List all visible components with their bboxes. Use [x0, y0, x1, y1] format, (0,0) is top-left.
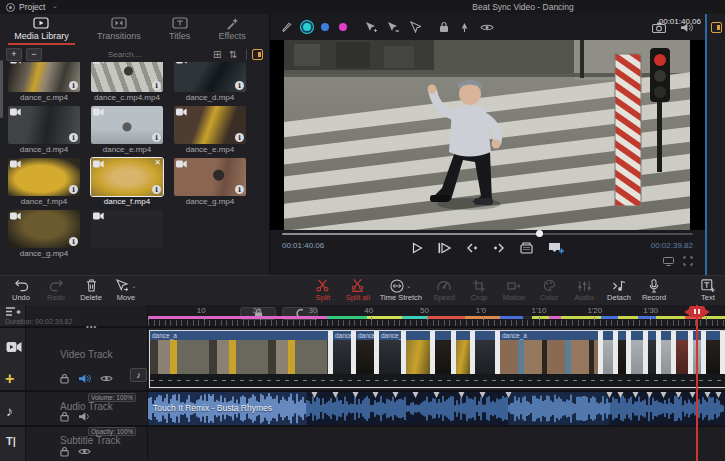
tab-titles[interactable]: Titles — [169, 17, 190, 41]
info-icon[interactable]: i — [235, 133, 244, 142]
select-star-tool-icon[interactable] — [365, 21, 377, 33]
capture-add-button[interactable] — [548, 242, 564, 254]
video-clip[interactable] — [603, 331, 613, 374]
info-icon[interactable]: i — [235, 185, 244, 194]
collapse-preview-icon[interactable] — [711, 22, 722, 33]
select-range-tool-icon[interactable] — [387, 21, 399, 33]
pin-icon[interactable] — [459, 22, 470, 33]
media-thumbnail[interactable]: i — [8, 106, 80, 144]
beat-marker-blue-dot[interactable] — [321, 23, 329, 31]
video-clip[interactable] — [631, 331, 643, 374]
beat-marker-pin[interactable] — [372, 392, 378, 401]
fullscreen-icon[interactable] — [683, 256, 693, 266]
grid-view-icon[interactable]: ⊞ — [213, 49, 221, 60]
linked-audio-badge[interactable]: ♪ — [130, 368, 147, 382]
media-thumbnail[interactable]: i — [91, 62, 163, 92]
previous-frame-button[interactable] — [466, 242, 478, 254]
video-preview[interactable] — [270, 40, 705, 230]
beat-marker-pin[interactable] — [393, 392, 399, 401]
video-clip[interactable] — [435, 331, 451, 374]
info-icon[interactable]: i — [69, 133, 78, 142]
collapse-library-icon[interactable] — [252, 49, 263, 60]
delete-button[interactable]: Delete — [78, 279, 104, 302]
remove-media-button[interactable]: − — [26, 48, 42, 61]
video-clip[interactable] — [648, 331, 656, 374]
mute-icon[interactable] — [78, 411, 91, 422]
playhead-line[interactable] — [696, 305, 698, 461]
search-input[interactable] — [108, 48, 202, 61]
display-mode-icon[interactable] — [663, 256, 674, 266]
chevron-down-icon[interactable]: ⌄ — [131, 282, 136, 289]
record-button[interactable]: Record — [641, 279, 667, 302]
info-icon[interactable]: i — [235, 81, 244, 90]
video-clip[interactable]: dance_c — [333, 331, 351, 374]
media-thumbnail[interactable]: i — [174, 62, 246, 92]
beat-marker-pin[interactable] — [675, 392, 681, 401]
video-clip-selection[interactable]: dance_adance_cdance_bdance_ddance_a — [149, 330, 725, 388]
timeline-ruler[interactable]: 10203040501'01'101'201'30 — [148, 305, 725, 327]
video-track-menu[interactable]: ••• — [86, 322, 97, 331]
beat-marker-pin[interactable] — [661, 392, 667, 401]
split-all-button[interactable]: Split all — [345, 279, 371, 302]
video-clip[interactable] — [406, 331, 430, 374]
beat-marker-pin[interactable] — [479, 392, 485, 401]
media-thumbnail[interactable]: i — [174, 158, 246, 196]
video-clip[interactable] — [676, 331, 688, 374]
lock-icon[interactable] — [60, 373, 69, 384]
sort-icon[interactable]: ⇅ — [229, 49, 237, 60]
chevron-down-icon[interactable]: ⌄ — [406, 282, 411, 289]
time-stretch-button[interactable]: ⌄Time Stretch — [380, 279, 422, 302]
beat-marker-pin[interactable] — [690, 392, 696, 401]
visibility-icon[interactable] — [78, 446, 91, 457]
add-track-button[interactable] — [5, 306, 21, 318]
mute-icon[interactable] — [78, 373, 91, 384]
detach-button[interactable]: Detach — [606, 279, 632, 302]
tab-effects[interactable]: Effects — [218, 17, 245, 41]
visibility-icon[interactable] — [100, 373, 113, 384]
split-button[interactable]: Split — [310, 279, 336, 302]
close-icon[interactable]: ✕ — [154, 158, 161, 167]
media-thumbnail[interactable]: i — [8, 158, 80, 196]
info-icon[interactable]: i — [69, 81, 78, 90]
video-track-content[interactable]: dance_adance_cdance_bdance_ddance_a — [148, 328, 725, 390]
beat-marker-pin[interactable] — [716, 392, 722, 401]
audio-track-content[interactable]: Touch It Remix - Busta Rhymes — [148, 392, 725, 425]
beat-marker-pin[interactable] — [433, 392, 439, 401]
info-icon[interactable]: i — [152, 81, 161, 90]
video-clip[interactable]: dance_b — [356, 331, 374, 374]
project-menu[interactable]: Project — [19, 2, 45, 12]
media-thumbnail[interactable]: i✕ — [91, 158, 163, 196]
next-frame-button[interactable] — [493, 242, 505, 254]
beat-marker-pin[interactable] — [459, 392, 465, 401]
tab-transitions[interactable]: Transitions — [97, 17, 141, 41]
video-clip[interactable]: dance_a — [150, 331, 328, 374]
beat-marker-magenta-dot[interactable] — [339, 23, 347, 31]
info-icon[interactable]: i — [152, 185, 161, 194]
info-icon[interactable]: i — [69, 237, 78, 246]
undo-button[interactable]: Undo — [8, 279, 34, 302]
video-clip[interactable] — [456, 331, 470, 374]
add-track-plus-icon[interactable]: + — [5, 371, 14, 387]
eye-icon[interactable] — [480, 23, 494, 32]
info-icon[interactable]: i — [152, 133, 161, 142]
beat-marker-pin[interactable] — [632, 392, 638, 401]
beat-marker-pin[interactable] — [413, 392, 419, 401]
select-tool-icon[interactable] — [409, 21, 421, 33]
info-icon[interactable]: i — [69, 185, 78, 194]
playhead-marker[interactable] — [689, 306, 705, 317]
beat-marker-pin[interactable] — [646, 392, 652, 401]
pen-tool-icon[interactable] — [282, 22, 293, 33]
video-clip[interactable]: dance_d — [379, 331, 401, 374]
media-thumbnail[interactable]: i — [174, 106, 246, 144]
beat-marker-pin[interactable] — [606, 392, 612, 401]
beat-marker-pin[interactable] — [312, 392, 318, 401]
library-scrollbar[interactable] — [0, 60, 3, 118]
play-button[interactable] — [411, 242, 423, 254]
beat-marker-pin[interactable] — [352, 392, 358, 401]
subtitle-track-content[interactable] — [148, 427, 725, 461]
media-thumbnail[interactable] — [91, 210, 163, 248]
beat-marker-pin[interactable] — [332, 392, 338, 401]
media-thumbnail[interactable]: i — [8, 62, 80, 92]
video-clip[interactable] — [618, 331, 626, 374]
media-thumbnail[interactable]: i — [91, 106, 163, 144]
